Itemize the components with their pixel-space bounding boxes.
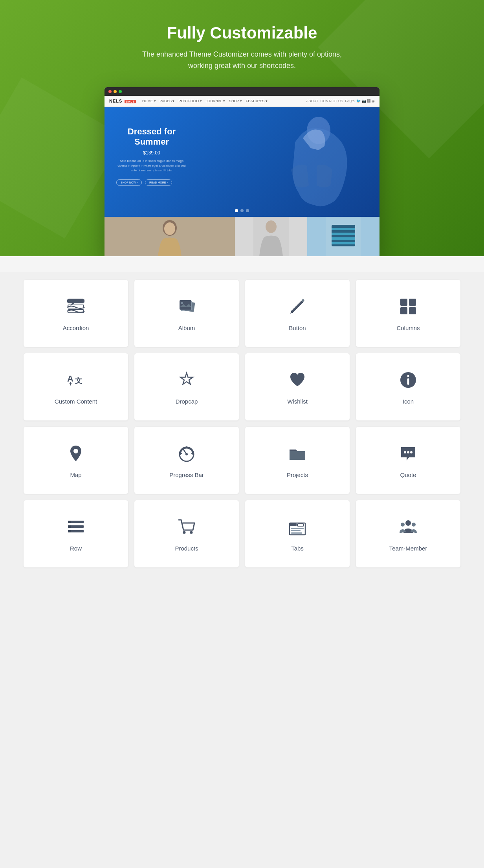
svg-point-29 (407, 375, 409, 377)
grid-row-4: Row Products (24, 500, 460, 567)
team-member-label: Team-Member (389, 545, 427, 552)
card-projects[interactable]: Projects (245, 427, 350, 494)
tabs-svg (287, 517, 308, 537)
card-button[interactable]: Button (245, 280, 350, 347)
nav-icons: 🐦 📷 🅿 ◉ (356, 99, 375, 103)
slide-content: Dressed forSummer $139.00 Ante bibendum … (116, 127, 187, 186)
product-image-2 (235, 217, 307, 256)
card-team-member[interactable]: Team-Member (356, 500, 460, 567)
slide-price: $139.00 (116, 150, 187, 156)
svg-point-39 (410, 451, 412, 453)
quote-label: Quote (400, 472, 416, 478)
shirt-product (326, 217, 361, 256)
hoodie-product (253, 217, 289, 256)
nav-features: FEATURES ▾ (246, 99, 268, 103)
wishlist-icon (286, 369, 308, 391)
card-accordion[interactable]: Accordion (24, 280, 128, 347)
icon-label: Icon (403, 398, 414, 405)
dot-1 (235, 209, 238, 212)
album-svg (176, 296, 197, 317)
album-icon (176, 295, 198, 317)
accordion-label: Accordion (63, 325, 89, 331)
svg-point-46 (183, 531, 186, 534)
accordion-svg (66, 296, 86, 317)
quote-icon (397, 442, 419, 464)
browser-nav: NELS SALE HOME ▾ PAGES ▾ PORTFOLIO ▾ JOU… (104, 96, 380, 107)
browser-dot-red (108, 90, 112, 93)
tabs-label: Tabs (291, 545, 304, 552)
custom-content-icon: A 文 (65, 369, 87, 391)
row-svg (66, 517, 86, 537)
nav-home: HOME ▾ (142, 99, 156, 103)
card-row[interactable]: Row (24, 500, 128, 567)
svg-rect-24 (400, 307, 407, 314)
row-label: Row (70, 545, 82, 552)
nav-social: ABOUT CONTACT US FAQ's 🐦 📷 🅿 ◉ (306, 99, 375, 103)
card-products[interactable]: Products (134, 500, 239, 567)
hero-section: Fully Customizable The enhanced Theme Cu… (0, 0, 484, 256)
team-member-svg (398, 517, 418, 537)
svg-point-31 (73, 449, 78, 453)
columns-svg (398, 296, 418, 317)
svg-rect-11 (332, 242, 355, 244)
card-progress-bar[interactable]: Progress Bar (134, 427, 239, 494)
dot-2 (240, 209, 244, 212)
card-quote[interactable]: Quote (356, 427, 460, 494)
map-icon (65, 442, 87, 464)
products-label: Products (175, 545, 198, 552)
shop-now-button[interactable]: SHOP NOW › (116, 179, 142, 186)
card-album[interactable]: Album (134, 280, 239, 347)
svg-rect-14 (68, 299, 84, 303)
grid-row-3: Map Progress Bar (24, 427, 460, 494)
nav-journal: JOURNAL ▾ (206, 99, 225, 103)
read-more-button[interactable]: READ MORE › (145, 179, 172, 186)
card-map[interactable]: Map (24, 427, 128, 494)
svg-text:文: 文 (75, 377, 82, 385)
card-icon[interactable]: Icon (356, 353, 460, 420)
svg-point-35 (180, 453, 182, 454)
progress-bar-svg (176, 443, 197, 464)
hero-subtitle: The enhanced Theme Customizer comes with… (140, 49, 344, 72)
svg-rect-10 (332, 237, 355, 240)
features-grid-section: Accordion Album (0, 272, 484, 589)
hero-figure (234, 107, 372, 217)
card-tabs[interactable]: Tabs (245, 500, 350, 567)
browser-hero-slide: Dressed forSummer $139.00 Ante bibendum … (104, 107, 380, 217)
slide-buttons: SHOP NOW › READ MORE › (116, 179, 187, 186)
map-svg (66, 443, 86, 464)
browser-bar (104, 87, 380, 96)
svg-rect-23 (409, 299, 416, 306)
projects-svg (287, 443, 308, 464)
nav-links: HOME ▾ PAGES ▾ PORTFOLIO ▾ JOURNAL ▾ SHO… (142, 99, 268, 103)
svg-point-5 (266, 220, 277, 233)
info-icon (397, 369, 419, 391)
svg-text:A: A (67, 374, 73, 384)
nav-contact: CONTACT US (321, 99, 343, 103)
card-custom-content[interactable]: A 文 Custom Content (24, 353, 128, 420)
card-wishlist[interactable]: Wishlist (245, 353, 350, 420)
svg-point-38 (407, 451, 409, 453)
svg-rect-8 (332, 228, 355, 230)
product-image-3 (307, 217, 380, 256)
browser-mockup: NELS SALE HOME ▾ PAGES ▾ PORTFOLIO ▾ JOU… (104, 87, 380, 256)
custom-content-svg: A 文 (66, 370, 86, 390)
projects-icon (286, 442, 308, 464)
svg-point-36 (191, 453, 193, 454)
browser-dot-yellow (114, 90, 117, 93)
map-label: Map (70, 472, 81, 478)
brand-logo: NELS SALE (109, 99, 136, 103)
nav-pages: PAGES ▾ (160, 99, 175, 103)
button-icon (286, 295, 308, 317)
columns-label: Columns (396, 325, 420, 331)
progress-bar-label: Progress Bar (169, 472, 204, 478)
quote-svg (398, 443, 418, 464)
products-icon (176, 516, 198, 538)
team-member-icon (397, 516, 419, 538)
slide-description: Ante bibendum id in sodis augue dones ma… (116, 159, 187, 173)
custom-content-label: Custom Content (55, 398, 97, 405)
accordion-icon (65, 295, 87, 317)
card-columns[interactable]: Columns (356, 280, 460, 347)
card-dropcap[interactable]: Dropcap (134, 353, 239, 420)
sale-badge: SALE (125, 100, 136, 103)
dropcap-label: Dropcap (176, 398, 198, 405)
